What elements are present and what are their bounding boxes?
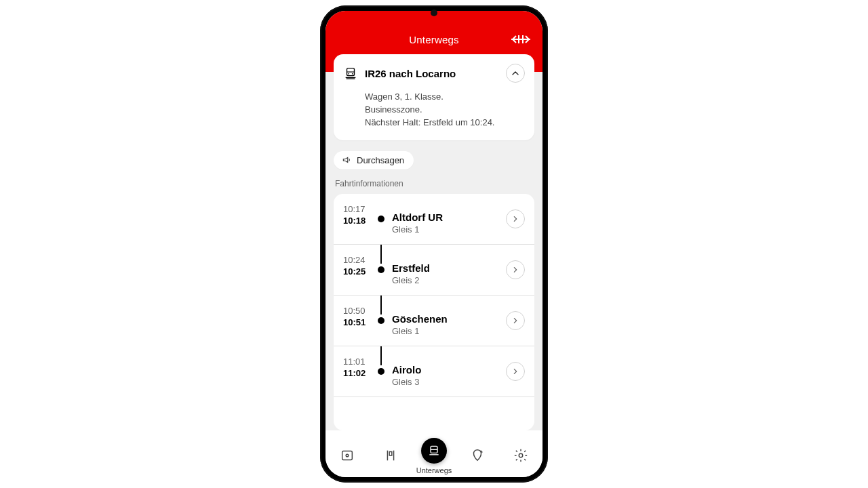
stop-platform: Gleis 1 xyxy=(392,224,506,235)
chip-label: Durchsagen xyxy=(357,155,404,165)
announcements-chip[interactable]: Durchsagen xyxy=(334,151,414,169)
stop-name: Göschenen xyxy=(392,313,506,325)
megaphone-icon xyxy=(342,155,351,165)
stop-platform: Gleis 3 xyxy=(392,377,506,387)
trip-detail-line: Businesszone. xyxy=(365,104,525,117)
screen: Unterwegs xyxy=(326,11,542,477)
svg-point-18 xyxy=(519,453,523,458)
header-card-container: IR26 nach Locarno Wagen 3, 1. Klasse. Bu… xyxy=(326,54,542,148)
arrival-time: 10:17 xyxy=(343,203,374,216)
nav-timetable[interactable] xyxy=(377,442,404,469)
collapse-button[interactable] xyxy=(506,64,525,83)
svg-rect-13 xyxy=(389,452,392,456)
arrival-time: 11:01 xyxy=(343,356,374,368)
trip-detail-text: Wagen 3, 1. Klasse. Businesszone. Nächst… xyxy=(365,91,525,129)
section-label: Fahrtinformationen xyxy=(326,176,542,194)
svg-point-5 xyxy=(348,73,349,75)
stop-times: 10:1710:18 xyxy=(343,203,374,227)
stop-platform: Gleis 1 xyxy=(392,326,506,336)
sbb-logo-icon xyxy=(511,34,530,45)
nav-active-label: Unterwegs xyxy=(416,466,452,474)
svg-point-10 xyxy=(346,454,349,457)
stop-row[interactable]: 10:5010:51GöschenenGleis 1 xyxy=(334,296,534,346)
nav-tickets[interactable] xyxy=(334,442,361,469)
phone-notch xyxy=(431,9,437,16)
gear-icon xyxy=(513,448,528,463)
stop-name: Altdorf UR xyxy=(392,211,506,223)
stop-detail-button[interactable] xyxy=(506,362,525,381)
trip-detail-line: Nächster Halt: Erstfeld um 10:24. xyxy=(365,117,525,129)
app-header: Unterwegs xyxy=(326,11,542,54)
svg-point-6 xyxy=(352,73,353,75)
chevron-up-icon xyxy=(511,69,519,77)
svg-rect-9 xyxy=(342,451,353,460)
arrival-time: 10:24 xyxy=(343,254,374,266)
chevron-right-icon xyxy=(512,368,519,375)
trip-detail-line: Wagen 3, 1. Klasse. xyxy=(365,91,525,104)
departure-time: 10:25 xyxy=(343,266,374,278)
platform-icon xyxy=(383,448,398,463)
stop-row[interactable]: 10:1710:18Altdorf URGleis 1 xyxy=(334,194,534,245)
train-icon xyxy=(343,66,358,81)
chevron-right-icon xyxy=(512,317,519,324)
nav-map[interactable] xyxy=(464,442,491,469)
departure-time: 10:51 xyxy=(343,317,374,329)
stop-name: Erstfeld xyxy=(392,262,506,274)
departure-time: 11:02 xyxy=(343,367,374,380)
chevron-right-icon xyxy=(512,216,519,222)
content-area: Durchsagen Fahrtinformationen 10:1710:18… xyxy=(326,148,542,430)
phone-frame: Unterwegs xyxy=(320,5,548,483)
arrival-time: 10:50 xyxy=(343,305,374,317)
page-title: Unterwegs xyxy=(409,34,459,45)
ticket-icon xyxy=(340,448,355,463)
stop-row[interactable]: 11:0111:02AiroloGleis 3 xyxy=(334,346,534,397)
chevron-right-icon xyxy=(512,266,519,273)
stop-detail-button[interactable] xyxy=(506,311,525,330)
nav-enroute-active[interactable] xyxy=(420,442,448,469)
departure-time: 10:18 xyxy=(343,215,374,227)
trip-title: IR26 nach Locarno xyxy=(365,68,499,79)
stop-detail-button[interactable] xyxy=(506,260,525,279)
stop-times: 10:2410:25 xyxy=(343,254,374,278)
bottom-nav: Unterwegs xyxy=(326,430,542,477)
nav-settings[interactable] xyxy=(507,442,534,469)
stop-name: Airolo xyxy=(392,364,506,375)
location-icon xyxy=(470,448,485,463)
stop-times: 11:0111:02 xyxy=(343,356,374,380)
train-icon xyxy=(427,444,441,458)
stops-list: 10:1710:18Altdorf URGleis 110:2410:25Ers… xyxy=(334,194,534,430)
stop-times: 10:5010:51 xyxy=(343,305,374,329)
stop-platform: Gleis 2 xyxy=(392,275,506,285)
stop-detail-button[interactable] xyxy=(506,209,525,228)
stop-row[interactable]: 10:2410:25ErstfeldGleis 2 xyxy=(334,245,534,296)
trip-header-card: IR26 nach Locarno Wagen 3, 1. Klasse. Bu… xyxy=(334,54,534,140)
